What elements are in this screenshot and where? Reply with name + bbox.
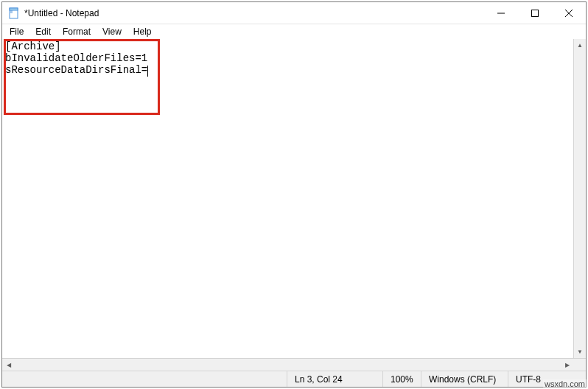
editor-wrap: [Archive] bInvalidateOlderFiles=1 sResou…	[2, 39, 586, 358]
scroll-right-icon[interactable]: ▶	[561, 359, 573, 371]
vertical-scrollbar[interactable]: ▲ ▼	[573, 39, 586, 358]
scroll-down-icon[interactable]: ▼	[574, 346, 586, 358]
menubar: File Edit Format View Help	[2, 24, 586, 39]
titlebar: *Untitled - Notepad	[2, 2, 586, 24]
menu-help[interactable]: Help	[127, 26, 158, 38]
menu-edit[interactable]: Edit	[29, 26, 57, 38]
hscroll-track[interactable]	[15, 359, 561, 371]
minimize-button[interactable]	[484, 2, 518, 24]
notepad-icon	[8, 7, 20, 19]
text-editor[interactable]: [Archive] bInvalidateOlderFiles=1 sResou…	[2, 39, 573, 358]
scroll-up-icon[interactable]: ▲	[574, 39, 586, 52]
menu-file[interactable]: File	[4, 26, 29, 38]
status-encoding: UTF-8	[508, 371, 586, 387]
maximize-button[interactable]	[518, 2, 552, 24]
status-cursor-position: Ln 3, Col 24	[287, 371, 382, 387]
notepad-window: *Untitled - Notepad File Edit Format Vie…	[1, 1, 587, 388]
close-button[interactable]	[552, 2, 586, 24]
status-zoom: 100%	[382, 371, 421, 387]
svg-rect-2	[532, 10, 539, 16]
scrollbar-corner	[573, 359, 586, 371]
window-title: *Untitled - Notepad	[24, 8, 484, 18]
menu-view[interactable]: View	[97, 26, 127, 38]
window-controls	[484, 2, 586, 24]
statusbar: Ln 3, Col 24 100% Windows (CRLF) UTF-8	[2, 371, 586, 387]
scroll-track[interactable]	[574, 52, 586, 346]
status-line-endings: Windows (CRLF)	[421, 371, 508, 387]
editor-area: [Archive] bInvalidateOlderFiles=1 sResou…	[2, 39, 586, 371]
scroll-left-icon[interactable]: ◀	[2, 359, 15, 371]
horizontal-scrollbar[interactable]: ◀ ▶	[2, 358, 586, 371]
menu-format[interactable]: Format	[57, 26, 97, 38]
svg-rect-1	[10, 8, 18, 10]
